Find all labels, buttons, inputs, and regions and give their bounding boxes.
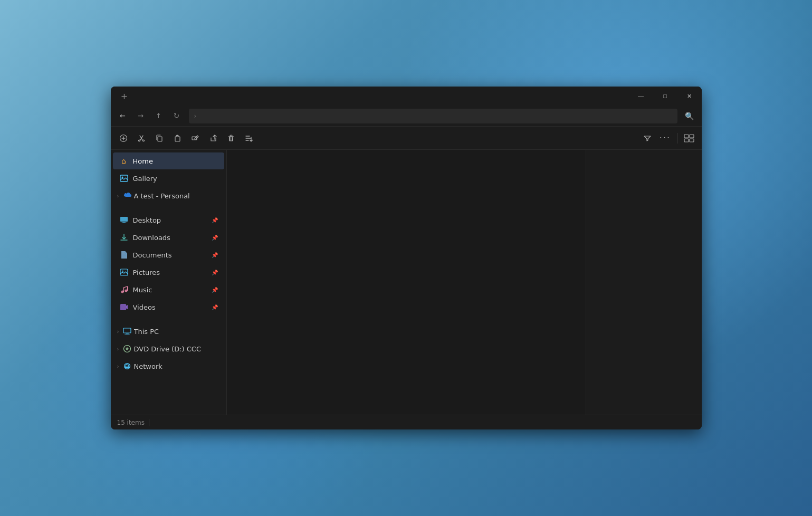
network-chevron-icon: ›: [117, 364, 119, 369]
filter-icon: [643, 134, 652, 142]
sidebar-onedrive-label: A test - Personal: [134, 192, 222, 200]
nav-bar: ← → ↑ ↻ › 🔍: [111, 106, 702, 127]
music-pin-icon: 📌: [212, 287, 218, 293]
svg-rect-11: [684, 139, 689, 142]
toolbar: ···: [111, 127, 702, 150]
maximize-button[interactable]: □: [653, 87, 677, 106]
share-button[interactable]: [205, 130, 222, 147]
sidebar-videos-label: Videos: [133, 303, 207, 311]
svg-rect-28: [125, 335, 130, 335]
address-chevron-icon: ›: [194, 112, 197, 120]
videos-pin-icon: 📌: [212, 304, 218, 310]
documents-icon: [119, 250, 129, 260]
gallery-icon: [119, 174, 129, 183]
sidebar-item-dvd[interactable]: › DVD Drive (D:) CCC: [113, 340, 224, 357]
sidebar: ⌂ Home Gallery ›: [111, 150, 227, 415]
sidebar-item-gallery[interactable]: Gallery: [113, 170, 224, 187]
svg-rect-10: [690, 135, 694, 138]
minimize-button[interactable]: —: [629, 87, 653, 106]
sidebar-item-documents[interactable]: Documents 📌: [113, 246, 224, 263]
details-pane: [586, 150, 702, 415]
main-content: ⌂ Home Gallery ›: [111, 150, 702, 415]
music-icon: [119, 285, 129, 294]
sidebar-item-videos[interactable]: Videos 📌: [113, 299, 224, 316]
new-item-icon: [119, 134, 128, 142]
onedrive-icon: [122, 191, 132, 200]
title-bar: + — □ ✕: [111, 87, 702, 106]
refresh-button[interactable]: ↻: [169, 108, 185, 124]
svg-point-3: [138, 140, 140, 141]
search-button[interactable]: 🔍: [682, 108, 698, 124]
network-icon: [122, 361, 132, 371]
sidebar-item-home[interactable]: ⌂ Home: [113, 152, 224, 169]
more-options-icon: ···: [660, 133, 671, 143]
view-toggle-button[interactable]: [681, 130, 698, 147]
sidebar-item-music[interactable]: Music 📌: [113, 281, 224, 298]
home-icon: ⌂: [119, 156, 129, 166]
copy-icon: [155, 134, 164, 142]
svg-rect-17: [121, 223, 127, 223]
dvd-icon: [122, 344, 132, 353]
delete-button[interactable]: [223, 130, 240, 147]
svg-point-14: [121, 177, 123, 178]
sidebar-item-onedrive[interactable]: › A test - Personal: [113, 187, 224, 204]
new-tab-button[interactable]: +: [117, 89, 132, 103]
videos-icon: [119, 302, 129, 312]
svg-rect-5: [158, 137, 162, 141]
title-bar-left: +: [117, 89, 132, 103]
sidebar-gap-2: [111, 316, 226, 322]
sidebar-item-downloads[interactable]: Downloads 📌: [113, 229, 224, 246]
forward-button[interactable]: →: [133, 108, 149, 124]
sidebar-item-pictures[interactable]: Pictures 📌: [113, 264, 224, 281]
sort-button[interactable]: [241, 130, 257, 147]
sidebar-desktop-label: Desktop: [133, 216, 207, 224]
svg-rect-15: [120, 217, 128, 222]
svg-rect-6: [175, 137, 180, 141]
status-bar: 15 items: [111, 415, 702, 429]
status-separator: [149, 419, 149, 426]
downloads-icon: [119, 233, 129, 242]
sidebar-gap-1: [111, 205, 226, 211]
svg-point-31: [127, 348, 128, 349]
sidebar-home-label: Home: [133, 157, 218, 165]
pictures-icon: [119, 267, 129, 277]
close-button[interactable]: ✕: [677, 87, 702, 106]
svg-point-22: [122, 271, 123, 272]
cut-icon: [137, 134, 146, 142]
sidebar-item-network[interactable]: › Network: [113, 358, 224, 375]
share-icon: [209, 134, 217, 142]
more-options-button[interactable]: ···: [657, 130, 674, 147]
desktop-icon: [119, 215, 129, 225]
up-button[interactable]: ↑: [151, 108, 167, 124]
view-toggle-icon: [684, 134, 694, 142]
paste-button[interactable]: [169, 130, 186, 147]
delete-icon: [227, 134, 235, 142]
svg-point-24: [125, 290, 127, 292]
rename-button[interactable]: [187, 130, 204, 147]
sidebar-item-thispc[interactable]: › This PC: [113, 323, 224, 340]
items-count: 15 items: [117, 419, 145, 426]
sidebar-music-label: Music: [133, 286, 207, 294]
title-bar-controls: — □ ✕: [629, 87, 702, 106]
svg-rect-12: [690, 139, 694, 142]
toolbar-right: ···: [639, 130, 698, 147]
svg-point-23: [121, 291, 123, 293]
thispc-chevron-icon: ›: [117, 329, 119, 335]
pictures-pin-icon: 📌: [212, 270, 218, 275]
back-button[interactable]: ←: [115, 108, 131, 124]
thispc-icon: [122, 327, 132, 336]
sidebar-network-label: Network: [134, 362, 222, 370]
new-item-button[interactable]: [115, 130, 132, 147]
sidebar-gallery-label: Gallery: [133, 175, 218, 183]
content-pane[interactable]: [227, 150, 586, 415]
filter-button[interactable]: [639, 130, 656, 147]
sidebar-item-desktop[interactable]: Desktop 📌: [113, 212, 224, 228]
dvd-chevron-icon: ›: [117, 346, 119, 352]
svg-rect-7: [176, 135, 178, 136]
desktop-pin-icon: 📌: [212, 217, 218, 223]
cut-button[interactable]: [133, 130, 150, 147]
address-bar[interactable]: ›: [189, 109, 677, 123]
svg-rect-21: [120, 269, 128, 275]
copy-button[interactable]: [151, 130, 168, 147]
downloads-pin-icon: 📌: [212, 235, 218, 241]
